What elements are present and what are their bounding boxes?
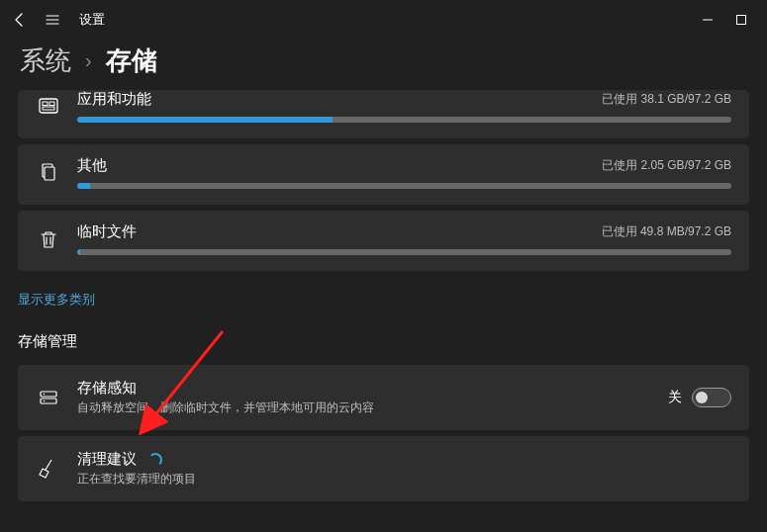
breadcrumb-level1[interactable]: 系统 — [20, 44, 71, 78]
svg-rect-3 — [49, 102, 54, 106]
storage-item-usage: 已使用 2.05 GB/97.2 GB — [602, 157, 731, 174]
svg-rect-4 — [43, 107, 54, 110]
loading-spinner-icon — [148, 453, 162, 467]
breadcrumb-level2: 存储 — [106, 44, 157, 78]
storage-sense-title: 存储感知 — [77, 379, 652, 398]
storage-item-other[interactable]: 其他 已使用 2.05 GB/97.2 GB — [18, 144, 749, 205]
svg-rect-8 — [41, 399, 56, 403]
svg-rect-7 — [41, 392, 56, 397]
storage-item-title: 其他 — [77, 156, 107, 175]
storage-item-usage: 已使用 38.1 GB/97.2 GB — [602, 91, 731, 108]
breadcrumb: 系统 › 存储 — [0, 40, 767, 92]
storage-management-heading: 存储管理 — [0, 332, 767, 365]
storage-sense-icon — [36, 385, 61, 410]
maximize-button[interactable] — [733, 12, 749, 28]
broom-icon — [36, 456, 61, 482]
cleanup-recommendations-card[interactable]: 清理建议 正在查找要清理的项目 — [18, 436, 749, 501]
storage-bar — [77, 249, 731, 255]
storage-item-apps-features[interactable]: 应用和功能 已使用 38.1 GB/97.2 GB — [18, 90, 749, 138]
svg-rect-0 — [737, 16, 746, 25]
docs-icon — [36, 160, 61, 186]
storage-sense-card[interactable]: 存储感知 自动释放空间、删除临时文件，并管理本地可用的云内容 关 — [18, 365, 749, 430]
storage-sense-sub: 自动释放空间、删除临时文件，并管理本地可用的云内容 — [77, 399, 652, 416]
storage-bar — [77, 117, 731, 123]
svg-rect-6 — [45, 167, 54, 180]
storage-sense-toggle-label: 关 — [668, 389, 682, 406]
app-title: 设置 — [79, 11, 105, 29]
minimize-button[interactable] — [700, 12, 716, 28]
apps-icon — [36, 94, 61, 120]
back-button[interactable] — [8, 9, 30, 31]
svg-rect-2 — [43, 102, 48, 106]
storage-item-title: 临时文件 — [77, 222, 137, 241]
storage-sense-toggle[interactable] — [692, 388, 731, 407]
storage-item-usage: 已使用 49.8 MB/97.2 GB — [602, 223, 731, 240]
cleanup-title: 清理建议 — [77, 450, 137, 469]
menu-button[interactable] — [42, 9, 63, 31]
storage-item-temp-files[interactable]: 临时文件 已使用 49.8 MB/97.2 GB — [18, 211, 749, 271]
trash-icon — [36, 226, 61, 252]
storage-item-title: 应用和功能 — [77, 90, 151, 109]
storage-bar — [77, 183, 731, 189]
breadcrumb-sep: › — [85, 49, 92, 72]
show-more-categories-link[interactable]: 显示更多类别 — [0, 277, 767, 332]
cleanup-sub: 正在查找要清理的项目 — [77, 471, 731, 488]
svg-point-10 — [44, 400, 46, 402]
svg-point-9 — [44, 394, 46, 396]
